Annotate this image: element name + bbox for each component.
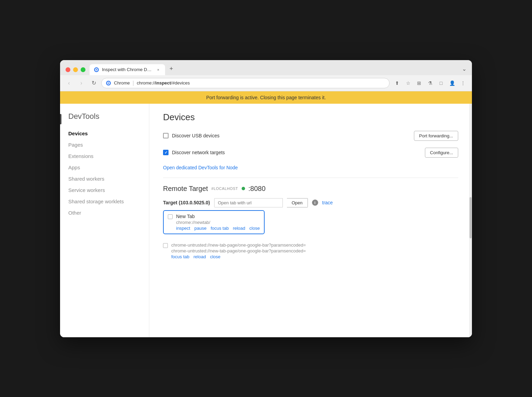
target-item-untrusted: chrome-untrusted://new-tab-page/one-goog… (163, 240, 458, 262)
network-option-row: Discover network targets Configure... (163, 148, 458, 158)
target-item-info-2: chrome-untrusted://new-tab-page/one-goog… (171, 242, 306, 259)
open-tab-url-input[interactable] (214, 198, 283, 207)
url-prefix: chrome:// (137, 80, 155, 86)
remote-target-section: Remote Target #LOCALHOST :8080 (163, 185, 458, 193)
browser-window: Inspect with Chrome Develop... × + ⌄ ‹ ›… (60, 60, 472, 337)
usb-checkbox[interactable] (163, 133, 169, 138)
usb-checkbox-wrapper: Discover USB devices (163, 133, 408, 138)
new-tab-button[interactable]: + (166, 64, 176, 74)
configure-button[interactable]: Configure... (425, 148, 458, 158)
target-focus-tab-link-1[interactable]: focus tab (211, 226, 229, 231)
sidebar: DevTools Devices Pages Extensions Apps S… (60, 104, 149, 337)
split-view-button[interactable]: □ (436, 78, 446, 88)
profile-button[interactable]: 👤 (447, 78, 457, 88)
scrollbar[interactable] (469, 104, 472, 337)
target-inspect-link[interactable]: inspect (176, 226, 190, 231)
main-content: DevTools Devices Pages Extensions Apps S… (60, 104, 472, 337)
url-suffix: /#devices (171, 80, 190, 86)
devtools-node-link[interactable]: Open dedicated DevTools for Node (163, 165, 238, 170)
svg-point-5 (108, 82, 109, 84)
target-close-link-1[interactable]: close (250, 226, 260, 231)
window-controls: ⌄ (462, 66, 466, 73)
more-button[interactable]: ⋮ (458, 78, 468, 88)
target-reload-link-1[interactable]: reload (233, 226, 245, 231)
open-tab-button[interactable]: Open (287, 198, 308, 207)
svg-point-2 (96, 69, 97, 70)
notification-banner: Port forwarding is active. Closing this … (60, 91, 472, 104)
sidebar-item-pages[interactable]: Pages (60, 139, 149, 150)
target-item-url-2a: chrome-untrusted://new-tab-page/one-goog… (171, 242, 306, 248)
target-item-url-1: chrome://newtab/ (176, 220, 260, 225)
active-tab[interactable]: Inspect with Chrome Develop... × (90, 64, 165, 75)
chevron-down-icon[interactable]: ⌄ (462, 66, 466, 72)
traffic-lights (66, 67, 85, 72)
sidebar-item-shared-workers[interactable]: Shared workers (60, 173, 149, 184)
address-separator: | (132, 80, 134, 86)
target-item-url-2b: chrome-untrusted://new-tab-page/one-goog… (171, 248, 306, 253)
target-focus-tab-link-2[interactable]: focus tab (171, 254, 189, 259)
remote-target-title: Remote Target (163, 185, 208, 193)
target-item-info-1: New Tab chrome://newtab/ inspect pause f… (176, 214, 260, 231)
target-item-checkbox-2[interactable] (163, 243, 168, 248)
network-checkbox[interactable] (163, 150, 169, 155)
tab-favicon (94, 67, 99, 72)
target-item-newtab: New Tab chrome://newtab/ inspect pause f… (163, 210, 458, 237)
target-header: Target (103.0.5025.0) Open i trace (163, 198, 458, 207)
chrome-icon (106, 80, 111, 86)
flask-button[interactable]: ⚗ (425, 78, 435, 88)
target-pause-link[interactable]: pause (194, 226, 206, 231)
usb-option-label: Discover USB devices (172, 133, 220, 138)
reload-button[interactable]: ↻ (89, 78, 99, 88)
target-item-name-1: New Tab (176, 214, 260, 219)
target-group-title: Target (103.0.5025.0) (163, 200, 210, 205)
close-button[interactable] (66, 67, 70, 72)
tab-close-button[interactable]: × (155, 67, 161, 72)
sidebar-item-service-workers[interactable]: Service workers (60, 184, 149, 196)
sidebar-item-shared-storage-worklets[interactable]: Shared storage worklets (60, 196, 149, 207)
sidebar-active-indicator (60, 114, 61, 124)
sidebar-title: DevTools (60, 112, 149, 128)
extensions-button[interactable]: ⊞ (414, 78, 424, 88)
share-button[interactable]: ⬆ (392, 78, 402, 88)
target-item-checkbox-1[interactable] (168, 214, 173, 219)
remote-target-subtitle: #LOCALHOST (211, 186, 238, 191)
target-reload-link-2[interactable]: reload (194, 254, 206, 259)
sidebar-item-apps[interactable]: Apps (60, 162, 149, 173)
info-icon[interactable]: i (312, 200, 318, 206)
target-item-actions-1: inspect pause focus tab reload close (176, 226, 260, 231)
network-option-label: Discover network targets (172, 150, 225, 155)
address-url: chrome://inspect/#devices (137, 80, 385, 86)
sidebar-item-other[interactable]: Other (60, 207, 149, 218)
bookmark-button[interactable]: ☆ (403, 78, 413, 88)
page-title: Devices (163, 112, 458, 123)
maximize-button[interactable] (81, 67, 85, 72)
sidebar-item-devices[interactable]: Devices (60, 128, 149, 139)
tab-title: Inspect with Chrome Develop... (102, 67, 153, 72)
page-content: Devices Discover USB devices Port forwar… (149, 104, 472, 337)
forward-button[interactable]: › (77, 78, 86, 88)
back-button[interactable]: ‹ (64, 78, 74, 88)
sidebar-nav: Devices Pages Extensions Apps Shared wor… (60, 128, 149, 218)
port-forwarding-button[interactable]: Port forwarding... (414, 131, 458, 141)
scrollbar-thumb[interactable] (470, 197, 472, 238)
address-brand: Chrome (114, 80, 130, 86)
target-item-actions-2: focus tab reload close (171, 254, 306, 259)
minimize-button[interactable] (73, 67, 78, 72)
tabs-area: Inspect with Chrome Develop... × + (90, 64, 458, 75)
usb-option-row: Discover USB devices Port forwarding... (163, 131, 458, 141)
target-item-border: New Tab chrome://newtab/ inspect pause f… (163, 210, 265, 234)
status-dot-icon (242, 187, 245, 190)
notification-text: Port forwarding is active. Closing this … (206, 95, 326, 100)
trace-link[interactable]: trace (322, 200, 333, 205)
sidebar-item-extensions[interactable]: Extensions (60, 150, 149, 162)
target-group: Target (103.0.5025.0) Open i trace New T… (163, 198, 458, 262)
target-close-link-2[interactable]: close (210, 254, 220, 259)
nav-actions: ⬆ ☆ ⊞ ⚗ □ 👤 ⋮ (392, 78, 468, 88)
network-checkbox-wrapper: Discover network targets (163, 150, 419, 155)
nav-bar: ‹ › ↻ Chrome | chrome://inspect/#devices… (60, 75, 472, 91)
title-bar: Inspect with Chrome Develop... × + ⌄ (60, 60, 472, 75)
url-bold: inspect (155, 80, 171, 86)
address-bar[interactable]: Chrome | chrome://inspect/#devices (101, 78, 390, 88)
remote-target-port: :8080 (248, 185, 266, 193)
divider (163, 178, 458, 178)
